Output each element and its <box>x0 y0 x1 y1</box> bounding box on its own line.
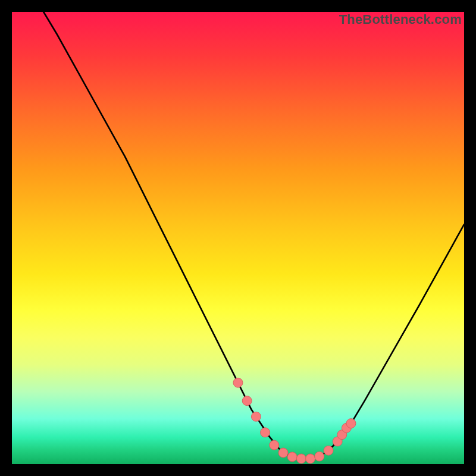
marker-point <box>315 452 324 461</box>
marker-point <box>233 378 243 387</box>
marker-point <box>346 419 356 428</box>
bottleneck-curve <box>43 12 464 459</box>
marker-point <box>270 440 279 450</box>
marker-point <box>242 396 252 406</box>
marker-point <box>296 454 306 464</box>
plot-area: TheBottleneck.com <box>12 12 464 464</box>
marker-point <box>261 428 270 437</box>
chart-svg <box>12 12 464 464</box>
marker-point <box>278 448 288 458</box>
marker-point <box>251 412 261 421</box>
marker-group <box>233 378 356 464</box>
marker-point <box>287 452 297 462</box>
marker-point <box>324 446 333 455</box>
chart-frame: TheBottleneck.com <box>12 12 464 464</box>
marker-point <box>306 454 315 464</box>
